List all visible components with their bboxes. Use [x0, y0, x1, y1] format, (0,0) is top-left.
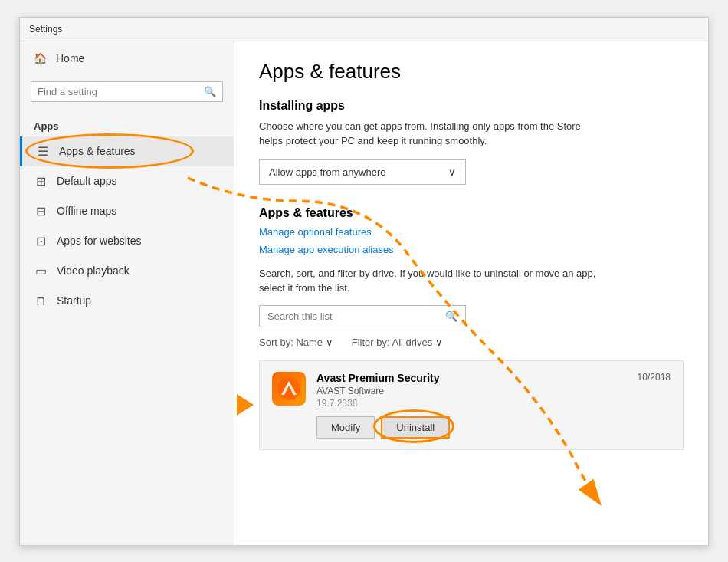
sidebar-item-default-apps[interactable]: ⊞ Default apps	[20, 166, 234, 196]
manage-app-execution-link[interactable]: Manage app execution aliases	[259, 244, 684, 255]
startup-label: Startup	[57, 294, 91, 307]
home-label: Home	[56, 52, 84, 64]
page-title: Apps & features	[259, 60, 684, 84]
default-apps-label: Default apps	[57, 175, 117, 187]
video-playback-label: Video playback	[57, 265, 130, 277]
sidebar-item-home[interactable]: 🏠 Home	[20, 41, 234, 75]
app-search-bar[interactable]: 🔍	[259, 305, 466, 327]
installing-section-title: Installing apps	[259, 99, 684, 113]
allow-apps-dropdown[interactable]: Allow apps from anywhere ∨	[259, 159, 466, 185]
home-icon: 🏠	[34, 52, 47, 64]
filter-label: Filter by: All drives ∨	[352, 337, 443, 348]
filter-drives-link[interactable]: All drives ∨	[392, 337, 442, 348]
app-name: Avast Premium Security	[316, 372, 628, 384]
apps-features-label: Apps & features	[59, 145, 136, 157]
manage-optional-features-link[interactable]: Manage optional features	[259, 226, 684, 238]
app-details: Avast Premium Security AVAST Software 19…	[316, 372, 628, 439]
app-actions: Modify Uninstall	[316, 416, 628, 439]
sort-filter-row: Sort by: Name ∨ Filter by: All drives ∨	[259, 337, 684, 348]
sidebar-section-apps: Apps	[20, 114, 234, 136]
app-list-item: Avast Premium Security AVAST Software 19…	[259, 360, 684, 450]
avast-icon	[272, 372, 306, 406]
app-publisher: AVAST Software	[316, 386, 628, 396]
modify-button[interactable]: Modify	[316, 416, 375, 439]
app-date: 10/2018	[638, 372, 671, 383]
offline-maps-label: Offline maps	[57, 205, 116, 217]
offline-maps-icon: ⊟	[34, 204, 48, 219]
search-filter-description: Search, sort, and filter by drive. If yo…	[259, 266, 596, 296]
sidebar-search-input[interactable]	[38, 86, 204, 97]
apps-websites-icon: ⊡	[34, 234, 48, 248]
sidebar-item-startup[interactable]: ⊓ Startup	[20, 286, 234, 316]
uninstall-button[interactable]: Uninstall	[381, 416, 450, 439]
default-apps-icon: ⊞	[34, 174, 48, 189]
sidebar-search-box[interactable]: 🔍	[31, 81, 223, 102]
dropdown-chevron-icon: ∨	[448, 166, 456, 178]
titlebar: Settings	[20, 18, 708, 41]
sidebar-item-apps-features[interactable]: ☰ Apps & features	[20, 136, 234, 166]
sidebar: 🏠 Home 🔍 Apps ☰ Apps & features ⊞ Defaul…	[20, 41, 234, 545]
apps-features-icon: ☰	[36, 144, 50, 159]
sort-label: Sort by: Name ∨	[259, 337, 333, 348]
app-search-icon: 🔍	[445, 311, 457, 322]
dropdown-container: Allow apps from anywhere ∨	[259, 159, 684, 185]
app-version: 19.7.2338	[316, 398, 628, 409]
sidebar-search-icon: 🔍	[204, 86, 216, 97]
sidebar-item-offline-maps[interactable]: ⊟ Offline maps	[20, 196, 234, 226]
sort-name-link[interactable]: Name ∨	[296, 337, 333, 348]
apps-websites-label: Apps for websites	[57, 235, 142, 247]
arrow-indicator	[237, 394, 254, 416]
installing-description: Choose where you can get apps from. Inst…	[259, 119, 596, 149]
sidebar-item-video-playback[interactable]: ▭ Video playback	[20, 256, 234, 286]
window-title: Settings	[29, 24, 62, 35]
dropdown-value: Allow apps from anywhere	[269, 166, 385, 178]
startup-icon: ⊓	[34, 294, 48, 308]
apps-features-section: Apps & features Manage optional features…	[259, 206, 684, 450]
main-content: Apps & features Installing apps Choose w…	[234, 41, 708, 545]
sidebar-item-apps-websites[interactable]: ⊡ Apps for websites	[20, 226, 234, 256]
video-playback-icon: ▭	[34, 264, 48, 278]
apps-features-section-title: Apps & features	[259, 206, 684, 220]
app-search-input[interactable]	[267, 311, 445, 322]
